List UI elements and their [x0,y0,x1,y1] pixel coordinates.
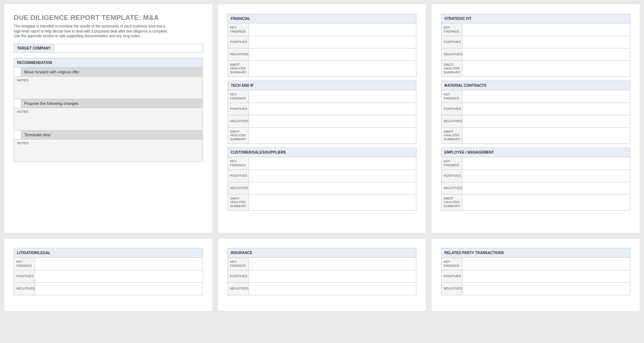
intro-text: This template is intended to combine the… [14,24,173,39]
section-litigation-header: LITIGATION/LEGAL [14,248,203,258]
related-key-findings[interactable] [462,258,630,270]
section-financial: FINANCIAL KEY FINDINGS POSITIVES NEGATIV… [228,14,417,77]
strategic-negatives[interactable] [462,48,630,60]
tech-key-findings[interactable] [249,90,416,103]
material-negatives[interactable] [462,115,630,127]
rec-option-forward-notes-body[interactable] [17,82,200,99]
litigation-key-findings[interactable] [35,258,203,270]
section-related-header: RELATED PARTY TRANSACTIONS [441,248,630,258]
section-insurance: INSURANCE KEY FINDINGS POSITIVES NEGATIV… [228,248,417,295]
financial-negatives[interactable] [249,48,416,60]
row-label: KEY FINDINGS [228,157,249,170]
row-label: POSITIVES [228,270,249,282]
row-label: POSITIVES [14,270,35,282]
strategic-swot[interactable] [462,61,630,77]
strategic-positives[interactable] [462,36,630,48]
section-litigation: LITIGATION/LEGAL KEY FINDINGS POSITIVES … [14,248,203,295]
section-financial-header: FINANCIAL [228,14,416,23]
card-insurance: INSURANCE KEY FINDINGS POSITIVES NEGATIV… [218,239,426,311]
card-mid-top: FINANCIAL KEY FINDINGS POSITIVES NEGATIV… [218,4,426,233]
row-label: NEGATIVES [441,115,462,127]
row-label: NEGATIVES [228,48,249,60]
section-related: RELATED PARTY TRANSACTIONS KEY FINDINGS … [441,248,630,295]
tech-positives[interactable] [249,103,416,115]
material-positives[interactable] [462,103,630,115]
rec-option-terminate-notes-body[interactable] [17,145,200,162]
customer-negatives[interactable] [249,182,416,194]
target-company-input[interactable] [54,44,203,52]
row-label: KEY FINDINGS [228,23,249,36]
financial-positives[interactable] [249,36,416,48]
related-negatives[interactable] [462,283,630,295]
row-label: SWOT ANALYSIS SUMMARY [228,194,249,210]
row-label: POSITIVES [441,36,462,48]
insurance-negatives[interactable] [249,283,416,295]
page-title: DUE DILIGENCE REPORT TEMPLATE: M&A [14,14,203,22]
row-label: NEGATIVES [14,283,35,295]
material-swot[interactable] [462,128,630,143]
row-label: POSITIVES [441,103,462,115]
rec-option-terminate-checkbox[interactable] [14,130,21,139]
tech-negatives[interactable] [249,115,416,127]
section-employee: EMPLOYEE / MANAGEMENT KEY FINDINGS POSIT… [441,147,630,211]
recommendation-box: RECOMMENDATION Move forward with origina… [14,58,203,162]
section-strategic: STRATEGIC FIT KEY FINDINGS POSITIVES NEG… [441,14,630,77]
employee-key-findings[interactable] [462,157,630,170]
section-customer-header: CUSTOMER/SALES/SUPPLIERS [228,148,416,157]
row-label: KEY FINDINGS [441,157,462,170]
row-label: SWOT ANALYSIS SUMMARY [228,61,249,77]
row-label: NEGATIVES [228,115,249,127]
employee-positives[interactable] [462,170,630,182]
rec-option-changes-notes-body[interactable] [17,113,200,130]
section-material-header: MATERIAL CONTRACTS [441,81,630,90]
customer-positives[interactable] [249,170,416,182]
row-label: NEGATIVES [228,283,249,295]
row-label: KEY FINDINGS [14,258,35,270]
row-label: KEY FINDINGS [228,258,249,270]
rec-option-changes-notes-label: NOTES: [17,110,200,113]
rec-option-terminate-notes: NOTES: [14,140,203,162]
rec-option-forward-checkbox[interactable] [14,68,21,76]
row-label: KEY FINDINGS [441,258,462,270]
rec-option-forward-notes: NOTES: [14,77,203,99]
employee-swot[interactable] [462,194,630,210]
rec-option-forward: Move forward with original offer [14,68,203,77]
row-label: KEY FINDINGS [441,23,462,36]
row-label: NEGATIVES [441,283,462,295]
material-key-findings[interactable] [462,90,630,103]
row-label: POSITIVES [228,36,249,48]
rec-option-changes-notes: NOTES: [14,108,203,130]
rec-option-terminate-notes-label: NOTES: [17,141,200,145]
row-label: KEY FINDINGS [228,90,249,103]
litigation-positives[interactable] [35,270,203,282]
insurance-key-findings[interactable] [249,258,416,270]
customer-key-findings[interactable] [249,157,416,170]
rec-option-forward-label: Move forward with original offer [21,68,203,76]
customer-swot[interactable] [249,194,416,210]
strategic-key-findings[interactable] [462,23,630,36]
card-litigation: LITIGATION/LEGAL KEY FINDINGS POSITIVES … [4,239,212,311]
target-company-row: TARGET COMPANY [14,44,203,53]
financial-swot[interactable] [249,61,416,77]
recommendation-header: RECOMMENDATION [14,58,203,68]
rec-option-changes: Propose the following changes [14,99,203,108]
row-label: NEGATIVES [441,48,462,60]
target-company-label: TARGET COMPANY [14,44,54,52]
related-positives[interactable] [462,270,630,282]
row-label: NEGATIVES [228,182,249,194]
row-label: POSITIVES [228,103,249,115]
rec-option-terminate-label: Terminate deal [21,130,203,139]
section-tech-ip: TECH AND IP KEY FINDINGS POSITIVES NEGAT… [228,81,417,144]
employee-negatives[interactable] [462,182,630,194]
tech-swot[interactable] [249,128,416,143]
insurance-positives[interactable] [249,270,416,282]
row-label: SWOT ANALYSIS SUMMARY [441,61,462,77]
row-label: NEGATIVES [441,182,462,194]
rec-option-forward-notes-label: NOTES: [17,78,200,82]
financial-key-findings[interactable] [249,23,416,36]
card-related: RELATED PARTY TRANSACTIONS KEY FINDINGS … [432,239,640,311]
section-material: MATERIAL CONTRACTS KEY FINDINGS POSITIVE… [441,81,630,144]
rec-option-changes-checkbox[interactable] [14,99,21,108]
rec-option-changes-label: Propose the following changes [21,99,203,108]
litigation-negatives[interactable] [35,283,203,295]
